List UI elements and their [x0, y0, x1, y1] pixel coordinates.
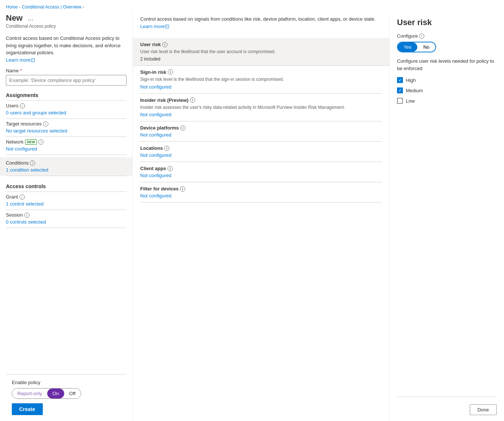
- low-checkbox[interactable]: [397, 98, 403, 104]
- filter-devices-title: Filter for devices i: [140, 186, 382, 191]
- name-label: Name *: [6, 68, 127, 73]
- done-button[interactable]: Done: [470, 404, 497, 415]
- yes-button[interactable]: Yes: [398, 42, 417, 52]
- create-button[interactable]: Create: [12, 403, 43, 415]
- access-controls-divider: [6, 191, 127, 192]
- network-new-badge: NEW: [25, 139, 37, 145]
- high-checkbox[interactable]: ✓: [397, 77, 403, 83]
- risk-level-low[interactable]: Low: [397, 98, 497, 104]
- locations-info-icon[interactable]: i: [164, 146, 169, 151]
- yes-no-toggle[interactable]: Yes No: [397, 42, 436, 52]
- device-platforms-value[interactable]: Not configured: [140, 132, 382, 138]
- condition-locations[interactable]: Locations i Not configured: [140, 142, 382, 162]
- device-platforms-info-icon[interactable]: i: [180, 125, 186, 131]
- high-label: High: [406, 77, 416, 83]
- breadcrumb-chevron1: ›: [19, 5, 20, 9]
- condition-device-platforms[interactable]: Device platforms i Not configured: [140, 121, 382, 142]
- grant-info-icon[interactable]: i: [20, 194, 25, 200]
- conditions-value[interactable]: 1 condition selected: [6, 167, 48, 173]
- low-label: Low: [406, 98, 415, 104]
- client-apps-value[interactable]: Not configured: [140, 173, 382, 178]
- medium-checkmark: ✓: [398, 89, 401, 93]
- session-value[interactable]: 0 controls selected: [6, 219, 46, 225]
- right-panel-title: User risk: [397, 18, 497, 27]
- target-divider: [6, 137, 127, 137]
- target-resources-row: Target resources i No target resources s…: [6, 121, 127, 134]
- users-label: Users i: [6, 103, 127, 108]
- configure-info-icon[interactable]: i: [419, 34, 424, 39]
- left-learn-more-icon: [31, 58, 35, 62]
- user-risk-title: User risk i: [140, 42, 382, 47]
- client-apps-info-icon[interactable]: i: [168, 166, 173, 171]
- users-divider: [6, 118, 127, 119]
- medium-checkbox[interactable]: ✓: [397, 87, 403, 93]
- middle-description: Control access based on signals from con…: [140, 15, 382, 30]
- medium-label: Medium: [406, 88, 423, 93]
- middle-header: Control access based on signals from con…: [140, 12, 382, 38]
- ellipsis-button[interactable]: ...: [25, 14, 35, 23]
- page-title-area: New ... Conditional Access policy: [6, 12, 127, 30]
- middle-panel: Control access based on signals from con…: [133, 12, 390, 421]
- signin-risk-value[interactable]: Not configured: [140, 84, 382, 90]
- network-row: Network NEW i Not configured: [6, 139, 127, 152]
- policy-on-button[interactable]: On: [47, 389, 64, 398]
- left-learn-more[interactable]: Learn more: [6, 57, 30, 63]
- network-value[interactable]: Not configured: [6, 146, 37, 152]
- breadcrumb-chevron2: ›: [83, 5, 84, 9]
- no-button[interactable]: No: [417, 42, 435, 52]
- condition-signin-risk[interactable]: Sign-in risk i Sign-in risk level is the…: [140, 66, 382, 94]
- network-divider: [6, 155, 127, 155]
- session-info-icon[interactable]: i: [24, 213, 30, 218]
- users-value[interactable]: 0 users and groups selected: [6, 110, 66, 115]
- condition-insider-risk[interactable]: Insider risk (Preview) i Insider risk as…: [140, 94, 382, 122]
- right-panel: User risk Configure i Yes No Configure u…: [390, 12, 504, 421]
- insider-risk-info-icon[interactable]: i: [190, 97, 195, 103]
- target-resources-label: Target resources i: [6, 121, 127, 127]
- risk-level-high[interactable]: ✓ High: [397, 77, 497, 83]
- user-risk-desc: User risk level is the likelihood that t…: [140, 49, 382, 55]
- configure-hint: Configure user risk levels needed for po…: [397, 58, 497, 72]
- target-info-icon[interactable]: i: [43, 121, 48, 127]
- locations-value[interactable]: Not configured: [140, 152, 382, 158]
- breadcrumb-home[interactable]: Home: [6, 4, 18, 10]
- users-info-icon[interactable]: i: [20, 103, 25, 108]
- policy-toggle-group[interactable]: Report-only On Off: [12, 388, 81, 399]
- session-row: Session i 0 controls selected: [6, 212, 127, 225]
- breadcrumb: Home › Conditional Access | Overview ›: [0, 0, 504, 12]
- grant-value[interactable]: 1 control selected: [6, 201, 44, 207]
- assignments-divider: [6, 100, 127, 101]
- page-subtitle: Conditional Access policy: [6, 24, 127, 29]
- session-label: Session i: [6, 212, 127, 218]
- page-title-text: New: [6, 13, 23, 23]
- policy-report-only-button[interactable]: Report-only: [12, 389, 47, 398]
- breadcrumb-overview[interactable]: Conditional Access | Overview: [22, 4, 81, 10]
- condition-user-risk[interactable]: User risk i User risk level is the likel…: [133, 38, 389, 66]
- grant-row: Grant i 1 control selected: [6, 194, 127, 207]
- signin-risk-desc: Sign-in risk level is the likelihood tha…: [140, 76, 382, 83]
- condition-client-apps[interactable]: Client apps i Not configured: [140, 162, 382, 182]
- insider-risk-value[interactable]: Not configured: [140, 112, 382, 117]
- condition-filter-devices[interactable]: Filter for devices i Not configured: [140, 182, 382, 203]
- conditions-label: Conditions i: [6, 160, 127, 166]
- target-resources-value[interactable]: No target resources selected: [6, 128, 67, 134]
- middle-learn-more[interactable]: Learn more: [140, 24, 165, 29]
- left-description: Control access based on Conditional Acce…: [6, 35, 127, 63]
- conditions-info-icon[interactable]: i: [30, 161, 35, 166]
- filter-devices-info-icon[interactable]: i: [180, 186, 185, 191]
- session-divider: [6, 228, 127, 228]
- user-risk-count: 2 included: [140, 56, 382, 62]
- user-risk-info-icon[interactable]: i: [162, 42, 168, 47]
- grant-label: Grant i: [6, 194, 127, 200]
- signin-risk-info-icon[interactable]: i: [168, 69, 173, 75]
- enable-policy-bar: Enable policy Report-only On Off Create: [6, 374, 127, 421]
- name-input[interactable]: [6, 75, 127, 86]
- locations-title: Locations i: [140, 145, 382, 151]
- policy-off-button[interactable]: Off: [64, 389, 81, 398]
- high-checkmark: ✓: [398, 78, 401, 82]
- enable-policy-label: Enable policy: [12, 380, 121, 385]
- risk-level-medium[interactable]: ✓ Medium: [397, 87, 497, 93]
- device-platforms-title: Device platforms i: [140, 125, 382, 131]
- assignments-label: Assignments: [6, 92, 127, 98]
- network-info-icon[interactable]: i: [38, 139, 44, 145]
- filter-devices-value[interactable]: Not configured: [140, 193, 382, 199]
